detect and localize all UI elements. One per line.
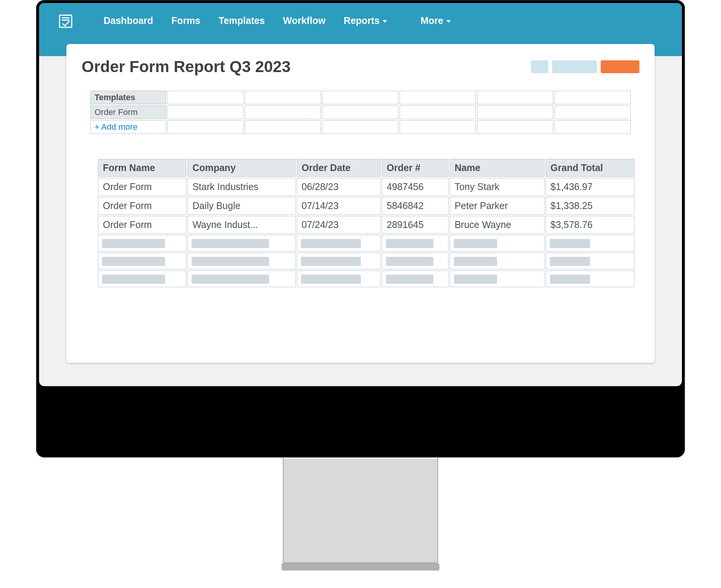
- col-company[interactable]: Company: [187, 159, 296, 177]
- cell-name: Tony Stark: [450, 178, 545, 196]
- cell-name: Peter Parker: [450, 197, 545, 215]
- nav-templates[interactable]: Templates: [219, 15, 265, 26]
- empty-cell: [322, 120, 398, 134]
- nav-label: Reports: [344, 15, 379, 26]
- empty-cell: [245, 120, 321, 134]
- templates-row: Order Form: [90, 105, 631, 119]
- empty-cell: [477, 91, 553, 104]
- screen: Dashboard Forms Templates Workflow Repor…: [39, 3, 682, 386]
- empty-cell: [400, 105, 476, 119]
- empty-cell: [167, 120, 244, 134]
- cell-total: $3,578.76: [546, 216, 634, 234]
- placeholder-cell: [98, 253, 186, 269]
- cell-total: $1,338.25: [546, 197, 634, 215]
- placeholder-cell: [187, 235, 296, 252]
- placeholder-cell: [382, 253, 449, 269]
- placeholder-cell: [382, 235, 449, 252]
- cell-order: 4987456: [382, 178, 449, 196]
- empty-cell: [477, 105, 553, 119]
- table-row[interactable]: Order Form Stark Industries 06/28/23 498…: [98, 178, 634, 196]
- empty-cell: [322, 91, 398, 104]
- cell-order: 2891645: [382, 216, 449, 234]
- cell-form: Order Form: [98, 216, 186, 234]
- col-name[interactable]: Name: [450, 159, 545, 177]
- header-button-wide[interactable]: [552, 60, 597, 73]
- header-button-primary[interactable]: [601, 60, 639, 73]
- empty-cell: [322, 105, 398, 119]
- nav-label: More: [420, 15, 443, 26]
- cell-name: Bruce Wayne: [450, 216, 545, 234]
- report-card: Order Form Report Q3 2023 Templates: [66, 44, 655, 363]
- templates-selector-table: Templates Order Form: [89, 90, 632, 135]
- table-row[interactable]: Order Form Daily Bugle 07/14/23 5846842 …: [98, 197, 634, 215]
- chevron-down-icon: [446, 20, 451, 23]
- placeholder-cell: [546, 253, 634, 269]
- monitor-stand-neck: [283, 458, 438, 564]
- nav-forms[interactable]: Forms: [172, 15, 200, 26]
- col-order-date[interactable]: Order Date: [297, 159, 381, 177]
- table-row-placeholder: [98, 270, 634, 287]
- nav-label: Workflow: [283, 15, 326, 26]
- cell-total: $1,436.97: [546, 178, 634, 196]
- empty-cell: [554, 105, 631, 119]
- col-form-name[interactable]: Form Name: [98, 159, 186, 177]
- table-header-row: Form Name Company Order Date Order # Nam…: [98, 159, 634, 177]
- table-row-placeholder: [98, 235, 634, 252]
- report-data-table: Form Name Company Order Date Order # Nam…: [97, 158, 636, 288]
- monitor-stand-base: [282, 564, 439, 571]
- placeholder-cell: [297, 235, 381, 252]
- header-button-small[interactable]: [531, 60, 548, 73]
- cell-date: 06/28/23: [297, 178, 381, 196]
- placeholder-cell: [98, 235, 186, 252]
- placeholder-cell: [546, 235, 634, 252]
- cell-order: 5846842: [382, 197, 449, 215]
- template-name-cell[interactable]: Order Form: [90, 105, 166, 119]
- nav-label: Forms: [172, 15, 200, 26]
- placeholder-cell: [297, 270, 381, 287]
- empty-cell: [400, 120, 476, 134]
- cell-company: Daily Bugle: [187, 197, 296, 215]
- placeholder-cell: [187, 270, 296, 287]
- cell-date: 07/24/23: [297, 216, 381, 234]
- monitor-bezel: Dashboard Forms Templates Workflow Repor…: [36, 0, 685, 458]
- nav-dashboard[interactable]: Dashboard: [104, 15, 153, 26]
- nav-label: Templates: [219, 15, 265, 26]
- bezel-bottom: [39, 386, 682, 454]
- cell-form: Order Form: [98, 178, 186, 196]
- cell-company: Stark Industries: [187, 178, 296, 196]
- empty-cell: [167, 105, 244, 119]
- nav-more[interactable]: More: [420, 15, 451, 26]
- templates-addmore-row: + Add more: [90, 120, 631, 134]
- empty-cell: [400, 91, 476, 104]
- placeholder-cell: [382, 270, 449, 287]
- page-title: Order Form Report Q3 2023: [82, 58, 531, 76]
- cell-company: Wayne Indust...: [187, 216, 296, 234]
- placeholder-cell: [297, 253, 381, 269]
- empty-cell: [245, 105, 321, 119]
- empty-cell: [554, 120, 631, 134]
- empty-cell: [167, 91, 244, 104]
- placeholder-cell: [450, 253, 545, 269]
- card-header: Order Form Report Q3 2023: [82, 58, 639, 76]
- empty-cell: [245, 91, 321, 104]
- nav-reports[interactable]: Reports: [344, 15, 387, 26]
- empty-cell: [477, 120, 553, 134]
- placeholder-cell: [450, 235, 545, 252]
- placeholder-cell: [546, 270, 634, 287]
- placeholder-cell: [98, 270, 186, 287]
- add-more-link[interactable]: + Add more: [90, 120, 166, 134]
- cell-date: 07/14/23: [297, 197, 381, 215]
- chevron-down-icon: [383, 20, 387, 23]
- nav-label: Dashboard: [104, 15, 153, 26]
- placeholder-cell: [187, 253, 296, 269]
- cell-form: Order Form: [98, 197, 186, 215]
- nav-workflow[interactable]: Workflow: [283, 15, 326, 26]
- table-row-placeholder: [98, 253, 634, 269]
- empty-cell: [554, 91, 631, 104]
- templates-header-row: Templates: [90, 91, 631, 104]
- col-grand-total[interactable]: Grand Total: [546, 159, 634, 177]
- col-order-number[interactable]: Order #: [382, 159, 449, 177]
- placeholder-cell: [450, 270, 545, 287]
- app-logo-icon: [58, 14, 73, 29]
- table-row[interactable]: Order Form Wayne Indust... 07/24/23 2891…: [98, 216, 634, 234]
